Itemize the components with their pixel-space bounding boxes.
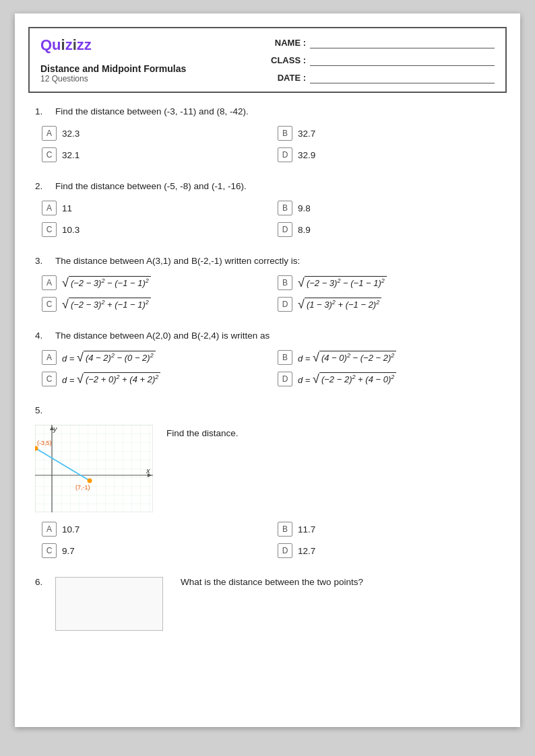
q2-number: 2. bbox=[35, 181, 49, 191]
content: 1. Find the distance between (-3, -11) a… bbox=[15, 100, 520, 670]
q5-letter-c: C bbox=[42, 543, 57, 558]
q3-formula-a: √ (−2 − 3)2 − (−1 − 1)2 bbox=[62, 276, 151, 289]
q1-value-b: 32.7 bbox=[298, 129, 315, 139]
question-3-text: 3. The distance between A(3,1) and B(-2,… bbox=[35, 256, 500, 266]
q3-option-c: C √ (−2 − 3)2 + (−1 − 1)2 bbox=[42, 297, 264, 312]
q1-option-c: C 32.1 bbox=[42, 147, 264, 162]
svg-point-10 bbox=[88, 479, 92, 483]
q4-number: 4. bbox=[35, 331, 49, 341]
q3-formula-c: √ (−2 − 3)2 + (−1 − 1)2 bbox=[62, 298, 151, 310]
question-5-header: 5. bbox=[35, 405, 500, 415]
worksheet-title: Distance and Midpoint Formulas bbox=[40, 63, 186, 74]
q3-letter-c: C bbox=[42, 297, 57, 312]
q1-value-a: 32.3 bbox=[62, 129, 80, 139]
svg-text:(-3,5): (-3,5) bbox=[37, 440, 52, 446]
q1-number: 1. bbox=[35, 106, 49, 116]
logo: Quizizz bbox=[40, 36, 186, 54]
q1-option-b: B 32.7 bbox=[278, 126, 500, 141]
q1-value-c: 32.1 bbox=[62, 150, 80, 160]
q1-letter-a: A bbox=[42, 126, 57, 141]
q5-value-d: 12.7 bbox=[298, 546, 315, 556]
q5-options: A 10.7 B 11.7 C 9.7 D 12.7 bbox=[35, 522, 500, 558]
q3-number: 3. bbox=[35, 256, 49, 266]
q1-letter-d: D bbox=[278, 147, 292, 162]
q1-option-a: A 32.3 bbox=[42, 126, 264, 141]
q2-letter-b: B bbox=[278, 201, 292, 215]
q3-option-d: D √ (1 − 3)2 + (−1 − 2)2 bbox=[278, 297, 500, 312]
name-line bbox=[310, 36, 495, 48]
q1-option-d: D 32.9 bbox=[278, 147, 500, 162]
header: Quizizz Distance and Midpoint Formulas 1… bbox=[28, 27, 507, 93]
q5-value-c: 9.7 bbox=[62, 546, 75, 556]
question-3: 3. The distance between A(3,1) and B(-2,… bbox=[35, 256, 500, 312]
question-1-text: 1. Find the distance between (-3, -11) a… bbox=[35, 106, 500, 116]
header-left: Quizizz Distance and Midpoint Formulas 1… bbox=[40, 36, 186, 83]
name-label: NAME : bbox=[265, 38, 306, 48]
question-5: 5. bbox=[35, 405, 500, 558]
worksheet-subtitle: 12 Questions bbox=[40, 74, 186, 83]
q2-value-b: 9.8 bbox=[298, 203, 311, 213]
q2-letter-d: D bbox=[278, 222, 292, 237]
q6-number: 6. bbox=[35, 577, 49, 631]
q4-formula-c: d = √ (−2 + 0)2 + (4 + 2)2 bbox=[62, 372, 160, 385]
q4-formula-b: d = √ (4 − 0)2 − (−2 − 2)2 bbox=[298, 351, 396, 364]
q4-letter-d: D bbox=[278, 372, 292, 386]
date-field-row: DATE : bbox=[265, 71, 495, 83]
q2-value-d: 8.9 bbox=[298, 225, 311, 235]
name-field-row: NAME : bbox=[265, 36, 495, 48]
svg-text:(7,-1): (7,-1) bbox=[75, 484, 90, 491]
q3-letter-a: A bbox=[42, 275, 57, 290]
q2-letter-c: C bbox=[42, 222, 57, 237]
q4-option-c: C d = √ (−2 + 0)2 + (4 + 2)2 bbox=[42, 372, 264, 386]
q4-formula-a: d = √ (4 − 2)2 − (0 − 2)2 bbox=[62, 351, 156, 364]
q6-body: What is the distance between the two poi… bbox=[181, 577, 363, 631]
q2-option-d: D 8.9 bbox=[278, 222, 500, 237]
q1-letter-b: B bbox=[278, 126, 292, 141]
q4-option-a: A d = √ (4 − 2)2 − (0 − 2)2 bbox=[42, 350, 264, 365]
q5-option-a: A 10.7 bbox=[42, 522, 264, 537]
q4-body: The distance between A(2,0) and B(-2,4) … bbox=[55, 331, 270, 341]
question-6-text: 6. What is the distance between the two … bbox=[35, 577, 500, 631]
class-field-row: CLASS : bbox=[265, 54, 495, 66]
q5-number: 5. bbox=[35, 405, 49, 415]
q5-letter-a: A bbox=[42, 522, 57, 537]
q2-value-a: 11 bbox=[62, 203, 72, 213]
question-1: 1. Find the distance between (-3, -11) a… bbox=[35, 106, 500, 162]
class-line bbox=[310, 54, 495, 66]
q4-formula-d: d = √ (−2 − 2)2 + (4 − 0)2 bbox=[298, 372, 396, 385]
question-2-text: 2. Find the distance between (-5, -8) an… bbox=[35, 181, 500, 191]
q5-graph-svg: y x bbox=[35, 425, 153, 512]
q5-option-b: B 11.7 bbox=[278, 522, 500, 537]
q3-letter-d: D bbox=[278, 297, 292, 312]
q5-value-a: 10.7 bbox=[62, 524, 80, 535]
q3-letter-b: B bbox=[278, 275, 292, 290]
q2-option-b: B 9.8 bbox=[278, 201, 500, 215]
svg-rect-1 bbox=[35, 425, 153, 512]
q3-options: A √ (−2 − 3)2 − (−1 − 1)2 B bbox=[35, 275, 500, 312]
svg-text:x: x bbox=[146, 467, 150, 475]
q4-letter-a: A bbox=[42, 350, 57, 365]
class-label: CLASS : bbox=[265, 55, 306, 65]
q4-options: A d = √ (4 − 2)2 − (0 − 2)2 B d bbox=[35, 350, 500, 386]
q3-formula-b: √ (−2 − 3)2 − (−1 − 1)2 bbox=[298, 276, 387, 289]
q4-option-b: B d = √ (4 − 0)2 − (−2 − 2)2 bbox=[278, 350, 500, 365]
q1-body: Find the distance between (-3, -11) and … bbox=[55, 106, 249, 116]
q5-graph-container: y x bbox=[35, 425, 153, 512]
page: Quizizz Distance and Midpoint Formulas 1… bbox=[15, 13, 520, 727]
q5-find-distance: Find the distance. bbox=[166, 425, 239, 438]
q2-letter-a: A bbox=[42, 201, 57, 215]
q5-letter-d: D bbox=[278, 543, 292, 558]
question-2: 2. Find the distance between (-5, -8) an… bbox=[35, 181, 500, 237]
q1-letter-c: C bbox=[42, 147, 57, 162]
q2-option-c: C 10.3 bbox=[42, 222, 264, 237]
q3-body: The distance between A(3,1) and B(-2,-1)… bbox=[55, 256, 300, 266]
q2-option-a: A 11 bbox=[42, 201, 264, 215]
header-right: NAME : CLASS : DATE : bbox=[265, 36, 495, 83]
date-label: DATE : bbox=[265, 73, 306, 83]
q5-option-c: C 9.7 bbox=[42, 543, 264, 558]
question-6-stub: 6. What is the distance between the two … bbox=[35, 577, 500, 631]
q3-option-a: A √ (−2 − 3)2 − (−1 − 1)2 bbox=[42, 275, 264, 290]
q1-value-d: 32.9 bbox=[298, 150, 315, 160]
q5-graph-section: y x bbox=[35, 425, 500, 512]
q4-letter-b: B bbox=[278, 350, 292, 365]
